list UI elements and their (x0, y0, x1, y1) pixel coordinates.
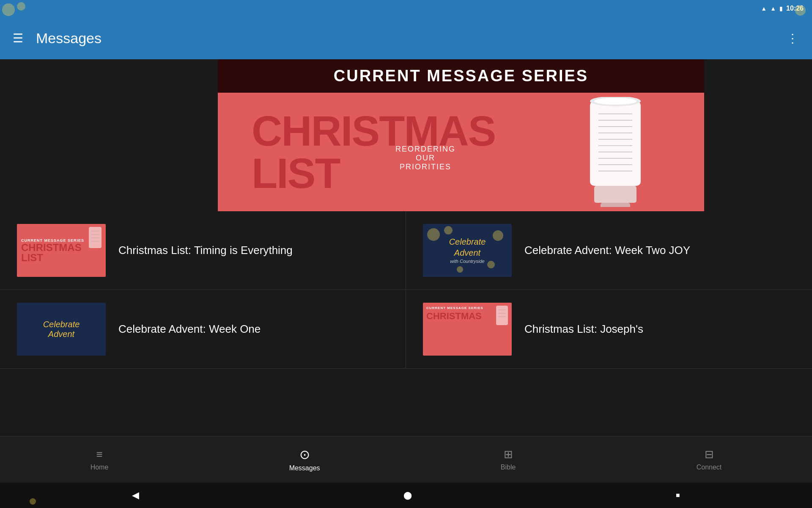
hero-container: CURRENT MESSAGE SERIES CHRISTMASLIST REO… (218, 59, 704, 211)
nav-item-home[interactable]: ≡ Home (65, 444, 134, 475)
signal-icon: ▲ (770, 5, 776, 12)
sermon-thumbnail: Celebrate Advent with Countryside (423, 224, 512, 277)
svg-rect-15 (89, 227, 102, 248)
series-title-display: CHRISTMASLIST (252, 110, 495, 194)
battery-icon: ▮ (779, 5, 783, 12)
home-icon: ≡ (96, 448, 102, 461)
main-content: CURRENT MESSAGE SERIES CHRISTMASLIST REO… (0, 59, 812, 436)
advent-thumb-text: Celebrate Advent with Countryside (449, 236, 486, 264)
sermon-title: Celebrate Advent: Week Two JOY (524, 243, 690, 258)
current-series-label: CURRENT MESSAGE SERIES (334, 67, 588, 85)
hero-title-bar: CURRENT MESSAGE SERIES (218, 59, 704, 93)
back-button[interactable]: ◀ (132, 490, 139, 501)
nav-item-messages[interactable]: ⊙ Messages (264, 443, 346, 476)
hero-section: CURRENT MESSAGE SERIES CHRISTMASLIST REO… (0, 59, 812, 211)
system-nav-bar: ◀ ⬤ ■ (0, 483, 812, 508)
recent-apps-button[interactable]: ■ (676, 491, 680, 499)
home-button[interactable]: ⬤ (403, 491, 412, 500)
reordering-line2: OUR (395, 154, 455, 163)
messages-icon: ⊙ (299, 447, 310, 462)
sermon-title: Celebrate Advent: Week One (118, 322, 261, 337)
nav-label-messages: Messages (289, 464, 320, 472)
reordering-line1: REORDERING (395, 145, 455, 154)
scroll-illustration (577, 97, 662, 207)
status-bar: ▲ ▲ ▮ 10:26 (0, 0, 812, 17)
reordering-line3: PRIORITIES (395, 163, 455, 171)
bible-icon: ⊞ (504, 448, 513, 461)
hamburger-menu-icon[interactable]: ☰ (13, 31, 23, 45)
sermon-title: Christmas List: Timing is Everything (118, 243, 293, 258)
thumb-title: CHRISTMASLIST (21, 243, 82, 263)
nav-item-bible[interactable]: ⊞ Bible (475, 444, 541, 475)
svg-rect-14 (601, 203, 630, 207)
connect-icon: ⊟ (705, 448, 714, 461)
series-subtitle: REORDERING OUR PRIORITIES (395, 145, 455, 171)
sermon-thumbnail: CURRENT MESSAGE SERIES CHRISTMAS (423, 303, 512, 356)
sermon-card[interactable]: CelebrateAdvent Celebrate Advent: Week O… (0, 290, 406, 369)
svg-rect-20 (496, 306, 508, 325)
svg-point-2 (594, 98, 636, 105)
sermon-grid: CURRENT MESSAGE SERIES CHRISTMASLIST Chr… (0, 211, 812, 369)
sermon-title: Christmas List: Joseph's (524, 322, 643, 337)
sermon-thumbnail: CelebrateAdvent (17, 303, 106, 356)
sermon-card[interactable]: CURRENT MESSAGE SERIES CHRISTMASLIST Chr… (0, 211, 406, 290)
wifi-icon: ▲ (761, 5, 767, 12)
nav-item-connect[interactable]: ⊟ Connect (671, 444, 747, 475)
bottom-nav: ≡ Home ⊙ Messages ⊞ Bible ⊟ Connect (0, 436, 812, 483)
nav-label-home: Home (91, 464, 109, 471)
app-title: Messages (36, 30, 787, 47)
nav-label-connect: Connect (697, 464, 722, 471)
svg-rect-13 (594, 186, 636, 203)
sermon-card[interactable]: CURRENT MESSAGE SERIES CHRISTMAS Christm… (406, 290, 812, 369)
more-options-icon[interactable]: ⋮ (787, 31, 799, 45)
nav-label-bible: Bible (501, 464, 516, 471)
sermon-card[interactable]: Celebrate Advent with Countryside Celebr… (406, 211, 812, 290)
sermon-thumbnail: CURRENT MESSAGE SERIES CHRISTMASLIST (17, 224, 106, 277)
app-bar: ☰ Messages ⋮ (0, 17, 812, 59)
hero-banner[interactable]: CHRISTMASLIST REORDERING OUR PRIORITIES (218, 93, 704, 211)
christmas-text: CHRISTMASLIST (252, 110, 495, 194)
